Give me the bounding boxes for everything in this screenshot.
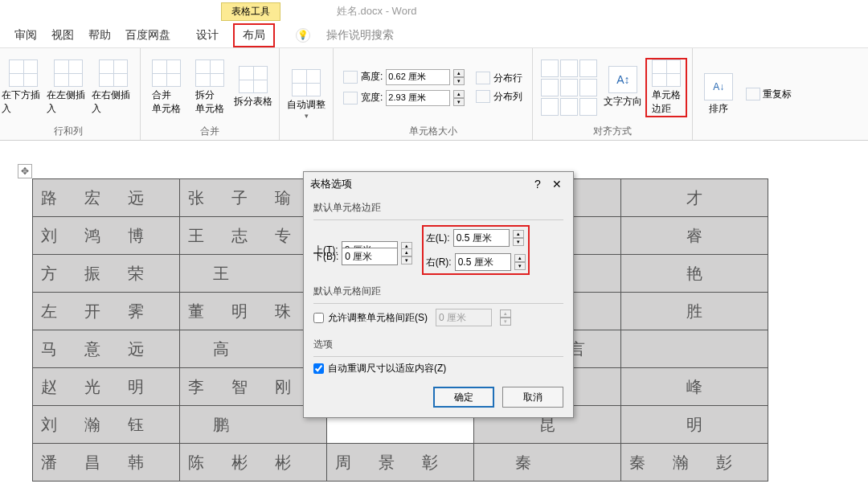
split-cells-button[interactable]: 拆分 单元格 <box>189 59 231 116</box>
tab-baidu-disk[interactable]: 百度网盘 <box>125 28 170 43</box>
ok-button[interactable]: 确定 <box>433 387 494 408</box>
insert-right-icon <box>99 59 128 87</box>
auto-resize-label: 自动重调尺寸以适应内容(Z) <box>328 362 446 375</box>
margin-left-input[interactable] <box>453 229 510 247</box>
cancel-button[interactable]: 取消 <box>502 387 563 408</box>
auto-resize-checkbox[interactable]: 自动重调尺寸以适应内容(Z) <box>313 362 563 375</box>
options-label: 选项 <box>313 338 563 351</box>
distribute-cols-button[interactable]: 分布列 <box>476 90 522 104</box>
margin-bottom-spinner[interactable]: ▴▾ <box>401 248 412 264</box>
text-direction-label: 文字方向 <box>604 95 642 109</box>
height-label: 高度: <box>361 70 383 84</box>
cell-margins-icon <box>652 59 681 87</box>
autofit-group-label <box>285 137 328 138</box>
merge-cells-label: 合并 单元格 <box>152 88 181 116</box>
help-icon[interactable]: ? <box>528 178 547 191</box>
distribute-rows-button[interactable]: 分布行 <box>476 72 522 85</box>
autofit-button[interactable]: 自动调整 ▾ <box>285 69 328 120</box>
dialog-title: 表格选项 <box>310 177 528 191</box>
default-spacing-label: 默认单元格间距 <box>313 285 563 298</box>
merge-cells-icon <box>152 59 181 87</box>
sort-label: 排序 <box>709 102 728 116</box>
width-label: 宽度: <box>361 91 383 105</box>
height-spinner[interactable]: ▴▾ <box>453 69 465 85</box>
insert-left-icon <box>54 59 83 87</box>
tell-me-search[interactable]: 操作说明搜索 <box>326 28 394 43</box>
distribute-rows-icon <box>476 72 490 84</box>
repeat-header-button[interactable]: 重复标 <box>746 88 792 101</box>
row-height-input[interactable] <box>386 69 450 85</box>
tab-view[interactable]: 视图 <box>51 28 74 43</box>
cell-spacing-input <box>436 309 492 326</box>
width-icon <box>343 92 358 105</box>
split-table-icon <box>239 66 268 93</box>
sort-button[interactable]: A↓ 排序 <box>698 73 739 116</box>
margin-right-spinner[interactable]: ▴▾ <box>514 254 526 270</box>
repeat-header-icon <box>746 88 760 100</box>
chevron-down-icon: ▾ <box>305 112 309 120</box>
text-direction-button[interactable]: A↕ 文字方向 <box>602 66 644 109</box>
insert-right-label: 在右侧插入 <box>92 88 135 116</box>
table-options-dialog: 表格选项 ? ✕ 默认单元格边距 上(T): ▴▾ 左(L): ▴▾ 右(R): <box>303 171 574 418</box>
split-cells-icon <box>195 59 224 87</box>
margin-bottom-input[interactable] <box>342 248 398 265</box>
autofit-icon <box>292 69 321 96</box>
margin-bottom-label: 下(B): <box>313 250 338 264</box>
rows-cols-group-label: 行和列 <box>2 123 135 138</box>
align-group-label: 对齐方式 <box>538 123 687 138</box>
document-title: 姓名.docx - Word <box>337 4 416 18</box>
cell-margins-label: 单元格 边距 <box>652 88 681 116</box>
allow-cell-spacing-checkbox[interactable]: 允许调整单元格间距(S) <box>313 311 428 325</box>
cell-spacing-spinner: ▴▾ <box>500 309 511 326</box>
table-move-handle[interactable]: ✥ <box>18 164 32 178</box>
tab-design[interactable]: 设计 <box>196 28 219 43</box>
default-margins-label: 默认单元格边距 <box>313 201 563 215</box>
tab-layout[interactable]: 布局 <box>233 23 275 47</box>
margin-left-label: 左(L): <box>426 232 450 245</box>
lightbulb-icon: 💡 <box>296 28 310 43</box>
height-icon <box>343 71 358 84</box>
table-tools-tab[interactable]: 表格工具 <box>221 2 280 21</box>
close-icon[interactable]: ✕ <box>547 178 567 191</box>
sort-icon: A↓ <box>704 73 733 100</box>
merge-cells-button[interactable]: 合并 单元格 <box>145 59 187 116</box>
col-width-input[interactable] <box>386 90 450 106</box>
cell-margins-button[interactable]: 单元格 边距 <box>645 58 687 117</box>
insert-left-label: 在左侧插入 <box>47 88 90 116</box>
cellsize-group-label: 单元格大小 <box>338 123 527 138</box>
merge-group-label: 合并 <box>145 123 274 138</box>
insert-below-label: 在下方插入 <box>2 88 45 116</box>
insert-below-button[interactable]: 在下方插入 <box>2 59 45 116</box>
autofit-label: 自动调整 <box>287 98 326 112</box>
insert-right-button[interactable]: 在右侧插入 <box>92 59 135 116</box>
distribute-cols-icon <box>476 90 490 103</box>
table-row: 潘昌韩陈彬彬周景彰秦秦瀚彭 <box>33 444 768 482</box>
split-cells-label: 拆分 单元格 <box>195 88 224 116</box>
split-table-button[interactable]: 拆分表格 <box>232 66 274 109</box>
insert-left-button[interactable]: 在左侧插入 <box>47 59 90 116</box>
split-table-label: 拆分表格 <box>234 95 272 109</box>
margin-left-spinner[interactable]: ▴▾ <box>513 230 524 246</box>
tab-review[interactable]: 审阅 <box>14 28 37 43</box>
width-spinner[interactable]: ▴▾ <box>453 90 465 106</box>
allow-spacing-label: 允许调整单元格间距(S) <box>328 311 428 325</box>
margin-right-label: 右(R): <box>426 256 452 269</box>
alignment-grid[interactable] <box>538 56 600 119</box>
margin-right-input[interactable] <box>455 253 511 271</box>
insert-below-icon <box>9 59 38 87</box>
text-direction-icon: A↕ <box>608 66 637 93</box>
data-group-label <box>698 137 796 138</box>
tab-help[interactable]: 帮助 <box>88 28 111 43</box>
